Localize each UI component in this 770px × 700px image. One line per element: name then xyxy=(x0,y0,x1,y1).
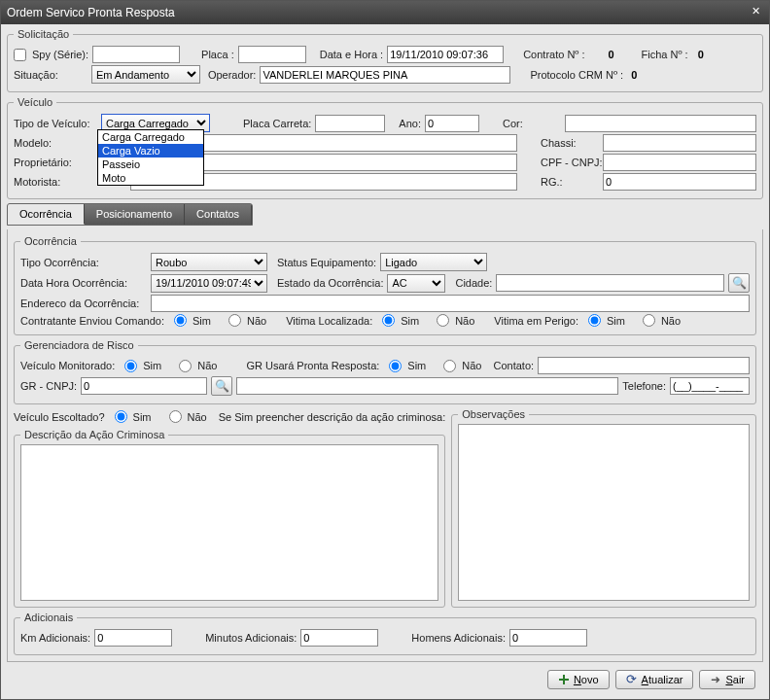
monitorado-sim-radio[interactable] xyxy=(124,360,137,372)
observacoes-textarea[interactable] xyxy=(458,424,750,601)
vitima-perigo-sim-radio[interactable] xyxy=(588,314,601,327)
protocolo-value: 0 xyxy=(631,69,637,81)
cpf-input[interactable] xyxy=(603,154,756,171)
gr-desc-input[interactable] xyxy=(236,377,618,395)
tab-posicionamento[interactable]: Posicionamento xyxy=(85,204,185,225)
contratante-nao-radio[interactable] xyxy=(228,314,241,327)
descricao-textarea[interactable] xyxy=(20,444,438,601)
sair-button[interactable]: Sair xyxy=(699,670,755,689)
status-equip-label: Status Equipamento: xyxy=(277,257,376,268)
vitima-perigo-label: Vitima em Perigo: xyxy=(494,315,578,327)
contrato-label: Contrato Nº : xyxy=(523,49,584,60)
vitima-perigo-nao-radio[interactable] xyxy=(643,314,655,327)
usar-nao-label: Não xyxy=(462,360,481,371)
contato-label: Contato: xyxy=(493,360,534,371)
contratante-sim-label: Sim xyxy=(192,315,211,327)
spy-checkbox[interactable] xyxy=(14,49,26,61)
gr-group: Gerenciadora de Risco Veículo Monitorado… xyxy=(14,339,756,404)
min-input[interactable] xyxy=(300,629,378,647)
tipo-veiculo-dropdown[interactable]: Carga Carregado Carga Vazio Passeio Moto xyxy=(97,129,204,186)
km-input[interactable] xyxy=(94,629,172,647)
estado-occ-select[interactable]: AC xyxy=(387,274,445,293)
novo-button[interactable]: Novo xyxy=(547,670,610,689)
dropdown-option[interactable]: Carga Carregado xyxy=(98,130,203,144)
datahora-occ-label: Data Hora Ocorrência: xyxy=(20,277,147,289)
vitima-loc-sim-radio[interactable] xyxy=(382,314,395,327)
rg-input[interactable] xyxy=(603,173,756,191)
hom-input[interactable] xyxy=(509,629,587,647)
placa-label: Placa : xyxy=(201,49,234,60)
escoltado-hint: Se Sim preencher descrição da ação crimi… xyxy=(219,411,446,423)
dropdown-option[interactable]: Passeio xyxy=(98,158,203,171)
vitima-perigo-nao-label: Não xyxy=(661,315,681,327)
monitorado-nao-radio[interactable] xyxy=(179,360,192,372)
cidade-input[interactable] xyxy=(496,274,724,292)
telefone-input[interactable] xyxy=(670,377,750,395)
vitima-loc-nao-radio[interactable] xyxy=(437,314,449,327)
adicionais-group: Adicionais Km Adicionais: Minutos Adicio… xyxy=(14,612,756,655)
grcnpj-label: GR - CNPJ: xyxy=(20,380,77,392)
operador-input[interactable] xyxy=(260,66,510,84)
vitima-loc-sim-label: Sim xyxy=(401,315,419,327)
vitima-perigo-sim-label: Sim xyxy=(607,315,625,327)
datahora-input[interactable] xyxy=(387,46,504,63)
situacao-select[interactable]: Em Andamento xyxy=(91,65,200,84)
ocorrencia-group: Ocorrência Tipo Ocorrência: Roubo Status… xyxy=(14,235,756,335)
ano-label: Ano: xyxy=(399,118,421,129)
telefone-label: Telefone: xyxy=(622,380,666,392)
modelo-label: Modelo: xyxy=(14,137,97,149)
monitorado-nao-label: Não xyxy=(197,360,217,371)
cor-input[interactable] xyxy=(565,115,756,132)
datahora-label: Data e Hora : xyxy=(320,49,383,60)
exit-icon xyxy=(710,674,721,685)
contratante-label: Contratante Enviou Comando: xyxy=(20,315,164,327)
ficha-label: Ficha Nº : xyxy=(642,49,688,60)
contratante-nao-label: Não xyxy=(247,315,266,327)
usar-sim-radio[interactable] xyxy=(389,360,402,372)
placa-input[interactable] xyxy=(238,46,306,63)
contrato-value: 0 xyxy=(608,49,613,60)
tipo-ocorrencia-select[interactable]: Roubo xyxy=(151,253,267,271)
vitima-loc-label: Vitima Localizada: xyxy=(286,315,372,327)
veiculo-group: Veículo Tipo de Veículo: Carga Carregado… xyxy=(7,96,763,199)
adicionais-legend: Adicionais xyxy=(20,612,77,623)
monitorado-sim-label: Sim xyxy=(143,360,161,371)
proprietario-label: Proprietário: xyxy=(14,157,97,168)
tab-contatos[interactable]: Contatos xyxy=(185,204,252,225)
status-equip-select[interactable]: Ligado xyxy=(380,253,487,271)
spy-input[interactable] xyxy=(92,46,180,63)
close-icon[interactable]: ✕ xyxy=(748,5,763,20)
gr-legend: Gerenciadora de Risco xyxy=(20,339,138,351)
hom-label: Homens Adicionais: xyxy=(411,632,506,644)
escoltado-nao-label: Não xyxy=(188,411,207,423)
cidade-search-button[interactable] xyxy=(728,273,750,293)
chassi-input[interactable] xyxy=(603,134,756,152)
ano-input[interactable] xyxy=(425,115,479,132)
usar-nao-radio[interactable] xyxy=(443,360,456,372)
grcnpj-search-button[interactable] xyxy=(211,376,232,396)
ocorrencia-legend: Ocorrência xyxy=(20,235,81,247)
contratante-sim-radio[interactable] xyxy=(174,314,187,327)
contato-input[interactable] xyxy=(538,357,750,374)
escoltado-nao-radio[interactable] xyxy=(169,410,182,423)
tipo-veiculo-label: Tipo de Veículo: xyxy=(14,118,97,129)
refresh-icon xyxy=(626,674,638,685)
tab-body: Ocorrência Tipo Ocorrência: Roubo Status… xyxy=(7,229,763,662)
escoltado-sim-radio[interactable] xyxy=(115,410,127,423)
tab-ocorrencia[interactable]: Ocorrência xyxy=(8,204,85,225)
vitima-loc-nao-label: Não xyxy=(455,315,474,327)
atualizar-button[interactable]: Atualizar xyxy=(615,670,694,689)
window-title: Ordem Servico Pronta Resposta xyxy=(7,6,175,19)
solicitacao-legend: Solicitação xyxy=(14,28,73,40)
dropdown-option[interactable]: Carga Vazio xyxy=(98,144,203,158)
veiculo-legend: Veículo xyxy=(14,96,56,108)
titlebar: Ordem Servico Pronta Resposta ✕ xyxy=(1,1,769,24)
placa-carreta-input[interactable] xyxy=(315,115,385,132)
endereco-occ-input[interactable] xyxy=(151,295,750,312)
app-window: Ordem Servico Pronta Resposta ✕ Solicita… xyxy=(0,0,770,700)
grcnpj-input[interactable] xyxy=(81,377,207,395)
datahora-occ-select[interactable]: 19/11/2010 09:07:49 xyxy=(151,274,267,293)
endereco-occ-label: Endereco da Ocorrência: xyxy=(20,298,147,309)
ficha-value: 0 xyxy=(698,49,704,60)
dropdown-option[interactable]: Moto xyxy=(98,171,203,185)
